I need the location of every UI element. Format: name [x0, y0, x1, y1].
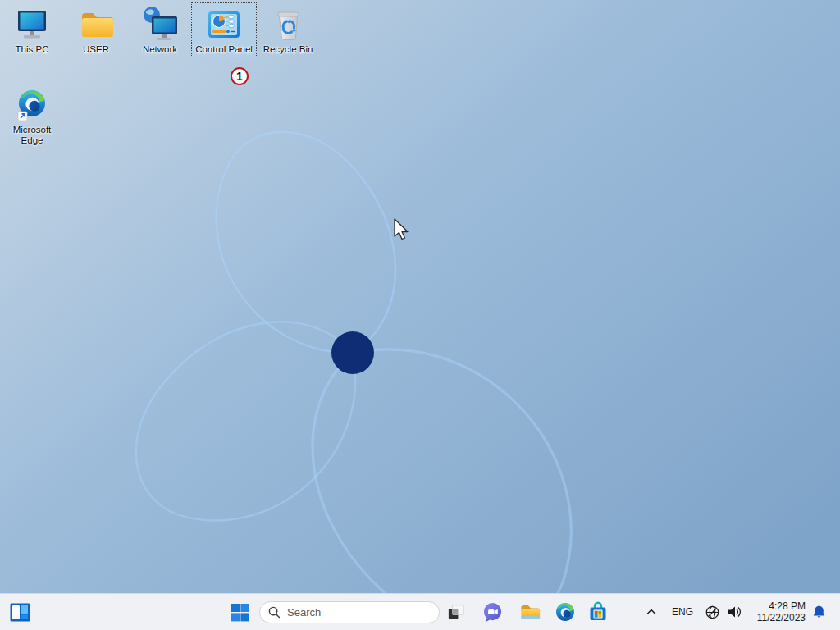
clock-time: 4:28 PM	[743, 600, 806, 612]
windows-start-icon	[231, 603, 249, 622]
recycle-bin-icon	[269, 6, 307, 43]
network-status-button[interactable]	[701, 600, 723, 623]
search-input[interactable]	[287, 606, 410, 619]
desktop-icon-label: Recycle Bin	[263, 44, 313, 55]
annotation-step-badge: 1	[231, 67, 249, 85]
network-icon	[141, 6, 179, 43]
task-view-icon	[446, 602, 467, 623]
chevron-up-icon	[646, 606, 657, 618]
file-explorer-button[interactable]	[517, 599, 541, 625]
desktop-icon-label: Control Panel	[195, 44, 253, 55]
split-screen-app-button[interactable]	[7, 599, 33, 625]
desktop-icon-label: USER	[83, 44, 109, 55]
notifications-button[interactable]	[807, 600, 830, 623]
desktop-icon-microsoft-edge[interactable]: Microsoft Edge	[0, 84, 64, 148]
mouse-cursor	[394, 218, 412, 243]
volume-button[interactable]	[723, 600, 746, 623]
annotation-step-number: 1	[236, 70, 243, 83]
desktop-icon-this-pc[interactable]: This PC	[0, 3, 64, 57]
wallpaper	[0, 0, 840, 593]
edge-icon	[555, 601, 576, 623]
taskbar-search[interactable]	[259, 601, 440, 623]
control-panel-icon	[205, 6, 243, 43]
no-internet-globe-icon	[705, 605, 720, 620]
desktop-icon-recycle-bin[interactable]: Recycle Bin	[256, 3, 320, 57]
split-window-icon	[10, 603, 30, 622]
desktop-area: This PC USER	[0, 0, 840, 593]
desktop-icon-control-panel[interactable]: Control Panel	[192, 3, 256, 57]
edge-taskbar-button[interactable]	[553, 599, 578, 625]
task-view-button[interactable]	[444, 599, 468, 625]
store-icon	[587, 601, 609, 623]
speaker-icon	[726, 604, 742, 620]
desktop-icon-label: Network	[143, 44, 177, 55]
desktop-icon-user-folder[interactable]: USER	[64, 3, 128, 57]
file-explorer-icon	[518, 601, 541, 623]
taskbar: ENG 4:28 PM 11/22/2023	[0, 593, 840, 630]
language-indicator-button[interactable]: ENG	[668, 600, 697, 623]
windows-desktop-screen: This PC USER	[0, 0, 840, 630]
tray-overflow-button[interactable]	[642, 600, 660, 623]
language-label: ENG	[672, 606, 693, 618]
store-button[interactable]	[586, 599, 610, 625]
clock-button[interactable]: 4:28 PM 11/22/2023	[743, 600, 806, 623]
shortcut-arrow-icon	[18, 112, 27, 121]
desktop-icon-network[interactable]: Network	[128, 3, 192, 57]
edge-icon	[13, 86, 51, 124]
chat-button[interactable]	[480, 599, 504, 625]
folder-icon	[77, 6, 115, 43]
clock-date: 11/22/2023	[743, 612, 806, 623]
desktop-icon-label: Microsoft Edge	[1, 125, 63, 146]
start-button[interactable]	[227, 599, 252, 625]
chat-icon	[482, 601, 504, 623]
this-pc-icon	[13, 6, 51, 43]
search-icon	[268, 606, 281, 619]
desktop-icon-label: This PC	[16, 44, 49, 55]
notification-bell-icon	[810, 604, 828, 621]
